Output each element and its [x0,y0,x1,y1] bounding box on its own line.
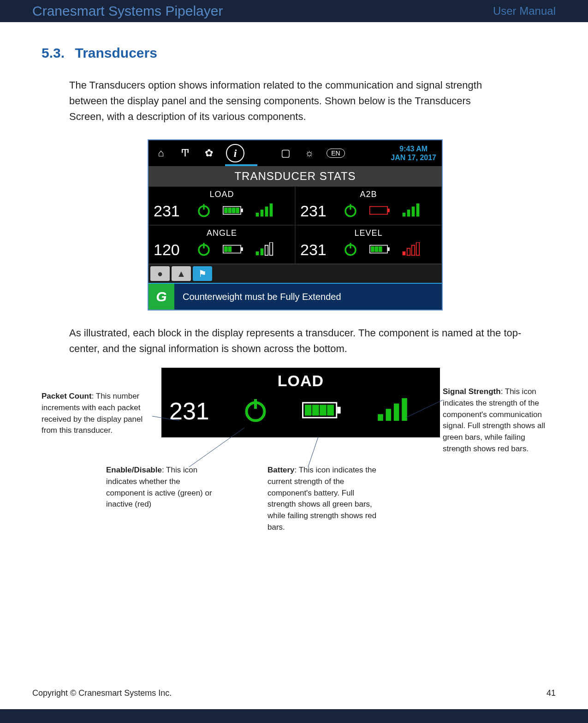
svg-rect-4 [224,208,228,213]
note-title: Battery [267,466,295,474]
svg-rect-7 [236,208,239,213]
svg-rect-18 [412,206,415,216]
hook-icon[interactable]: Ͳ [178,147,192,159]
language-icon[interactable]: EN [327,149,345,158]
doc-type: User Manual [493,5,556,18]
svg-rect-24 [224,246,228,252]
svg-rect-11 [270,203,273,216]
note-body: : This icon indicates the strength of th… [443,387,545,453]
note-enable: Enable/Disable: This icon indicates whet… [106,465,217,510]
transducer-grid: LOAD 231 A2B 231 [148,186,442,264]
time-text: 9:43 AM [391,144,436,153]
section-heading: 5.3. Transducers [42,45,546,61]
svg-rect-26 [256,251,259,255]
signal-icon [255,203,273,219]
svg-rect-23 [241,247,243,251]
svg-rect-1 [203,204,204,209]
cell-a2b: A2B 231 [295,186,442,225]
svg-rect-15 [388,209,390,212]
annotated-figure: LOAD 231 Packet Count: This number incre… [42,368,546,552]
section-title: Transducers [75,45,157,60]
svg-rect-28 [265,245,268,255]
footer-bar [0,709,588,723]
svg-rect-25 [228,246,232,252]
svg-rect-33 [388,247,390,251]
user-icon[interactable]: ▢ [279,147,292,159]
page-footer: Copyright © Cranesmart Systems Inc. 41 [0,688,588,698]
note-signal: Signal Strength: This icon indicates the… [443,386,549,454]
stats-title: TRANSDUCER STATS [148,166,442,186]
signal-icon [255,242,273,258]
svg-rect-10 [265,206,268,216]
battery-icon [223,204,244,218]
battery-icon [223,243,244,257]
tab-info-icon[interactable]: ● [150,266,170,281]
copyright-text: Copyright © Cranesmart Systems Inc. [32,688,172,698]
note-battery: Battery: This icon indicates the current… [267,465,378,533]
svg-rect-21 [203,243,204,248]
svg-rect-29 [270,242,273,255]
svg-line-55 [308,437,318,467]
svg-rect-17 [407,209,410,216]
svg-rect-34 [371,246,374,252]
note-packet-count: Packet Count: This number increments wit… [42,391,152,436]
signal-icon [402,242,420,258]
after-paragraph: As illustrated, each block in the displa… [69,325,535,357]
cell-label: LOAD [154,190,290,199]
message-text: Counterweight must be Fully Extended [174,292,350,302]
page-number: 41 [546,688,556,698]
power-icon [343,203,358,220]
gear-icon[interactable]: ✿ [202,147,216,159]
svg-rect-9 [261,209,264,216]
clock-datetime: 9:43 AM JAN 17, 2017 [391,144,436,162]
svg-rect-3 [241,209,243,212]
svg-rect-5 [228,208,232,213]
section-number: 5.3. [42,45,65,61]
intro-paragraph: The Transducers option shows information… [69,78,493,125]
note-title: Signal Strength [443,387,501,396]
svg-rect-38 [407,248,410,255]
tab-flag-icon[interactable]: ⚑ [193,266,212,281]
svg-rect-14 [370,206,387,214]
svg-rect-31 [350,243,351,248]
svg-rect-36 [379,246,382,252]
cell-load: LOAD 231 [148,186,295,225]
packet-count: 231 [300,241,332,259]
svg-rect-8 [256,213,259,216]
packet-count: 231 [300,202,332,220]
info-icon[interactable]: i [226,144,244,162]
brightness-icon[interactable]: ☼ [303,147,316,159]
product-title: Cranesmart Systems Pipelayer [32,3,223,19]
battery-icon [369,243,391,257]
svg-rect-16 [403,213,406,216]
note-title: Packet Count [42,392,92,400]
svg-rect-39 [412,245,415,255]
date-text: JAN 17, 2017 [391,153,436,162]
cell-level: LEVEL 231 [295,225,442,264]
power-icon [343,241,358,259]
svg-rect-27 [261,248,264,255]
svg-rect-6 [232,208,236,213]
svg-rect-13 [350,204,351,209]
tab-warning-icon[interactable]: ▲ [172,266,191,281]
device-top-strip: ⌂ Ͳ ✿ i ▢ ☼ EN 9:43 AM JAN 17, 2017 [148,140,442,166]
message-bar: G Counterweight must be Fully Extended [148,284,442,310]
device-screenshot: ⌂ Ͳ ✿ i ▢ ☼ EN 9:43 AM JAN 17, 2017 TRAN… [148,139,443,311]
power-icon [196,241,212,259]
packet-count: 120 [154,241,185,259]
message-badge-icon: G [148,284,174,310]
cell-label: LEVEL [300,228,437,238]
battery-icon [369,204,391,218]
svg-line-54 [189,428,244,467]
power-icon [196,203,212,220]
svg-line-53 [152,416,180,421]
packet-count: 231 [154,202,185,220]
cell-angle: ANGLE 120 [148,225,295,264]
home-icon[interactable]: ⌂ [154,147,168,159]
svg-rect-37 [403,251,406,255]
note-body: : This icon indicates the current streng… [267,466,376,531]
svg-rect-35 [375,246,379,252]
alert-tabs: ● ▲ ⚑ [148,264,442,284]
cell-label: A2B [300,190,437,199]
svg-rect-40 [416,242,420,255]
